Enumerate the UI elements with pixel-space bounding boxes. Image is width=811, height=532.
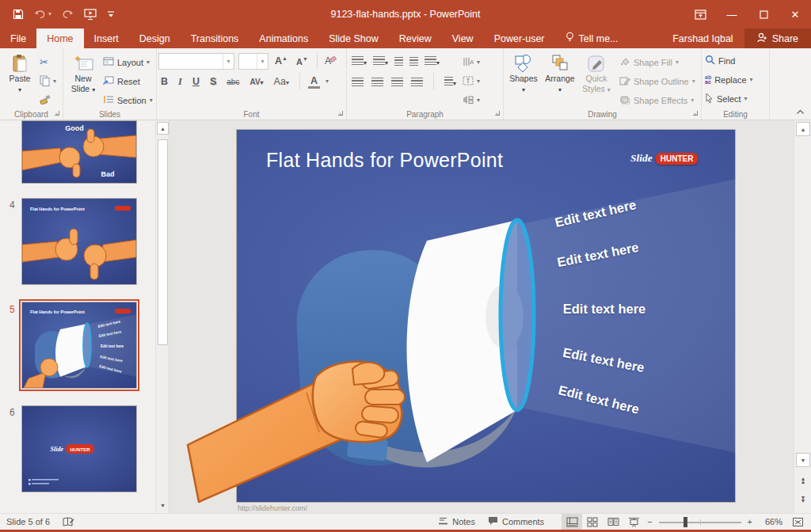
tab-file[interactable]: File <box>0 28 36 48</box>
tab-review[interactable]: Review <box>389 28 442 48</box>
paste-button[interactable]: Paste▾ <box>2 51 38 93</box>
start-slideshow-icon[interactable] <box>84 9 97 21</box>
underline-button[interactable]: U <box>190 76 202 87</box>
cut-button[interactable]: ✂ <box>38 54 58 70</box>
collapse-ribbon-button[interactable] <box>796 107 805 116</box>
slide-title-textbox[interactable]: Flat Hands for PowerPoint <box>266 149 503 172</box>
close-button[interactable]: ✕ <box>779 2 811 26</box>
thumbnail-scrollbar[interactable]: ▲ ▼ <box>155 120 169 513</box>
zoom-out-button[interactable]: − <box>644 514 655 530</box>
tell-me-box[interactable]: Tell me... <box>555 28 629 48</box>
repeat-icon[interactable] <box>62 10 74 20</box>
normal-view-button[interactable] <box>562 514 582 530</box>
scroll-up-icon[interactable]: ▲ <box>796 122 810 136</box>
character-spacing-button[interactable]: AV▾ <box>247 78 265 86</box>
customize-qat-icon[interactable] <box>107 10 115 19</box>
font-size-combobox[interactable]: ▾ <box>238 53 268 70</box>
convert-smartart-button[interactable]: ▾ <box>461 92 482 108</box>
italic-button[interactable]: I <box>176 76 185 88</box>
drawing-dialog-launcher[interactable] <box>692 110 699 117</box>
align-right-button[interactable] <box>391 78 403 86</box>
notes-button[interactable]: Notes <box>432 514 482 530</box>
reading-view-button[interactable] <box>603 514 623 530</box>
paragraph-dialog-launcher[interactable] <box>494 110 501 117</box>
tab-view[interactable]: View <box>442 28 484 48</box>
minimize-button[interactable]: — <box>716 2 748 26</box>
main-scrollbar[interactable]: ▲ ▼ ▲▲ ▼▼ <box>794 120 811 513</box>
numbering-button[interactable]: ▾ <box>373 56 388 66</box>
thumbnail-slide-5-selected[interactable]: Flat Hands for PowerPoint Edit text here… <box>19 299 139 391</box>
thumbnail-scroll-down-icon[interactable]: ▼ <box>157 499 169 511</box>
tab-insert[interactable]: Insert <box>84 28 129 48</box>
align-center-button[interactable] <box>371 78 383 86</box>
tab-power-user[interactable]: Power-user <box>484 28 555 48</box>
shape-outline-button[interactable]: Shape Outline▾ <box>618 73 697 89</box>
text-direction-button[interactable]: A▾ <box>461 54 482 70</box>
new-slide-button[interactable]: New Slide ▾ <box>65 51 101 93</box>
replace-button[interactable]: abac Replace▾ <box>703 71 755 88</box>
find-button[interactable]: Find <box>703 52 755 69</box>
strikethrough-button[interactable]: abc <box>224 78 242 86</box>
arrange-button[interactable]: Arrange▾ <box>542 51 578 93</box>
section-button[interactable]: Section▾ <box>101 92 154 108</box>
layout-button[interactable]: Layout▾ <box>101 54 154 70</box>
thumbnail-slide-6[interactable]: Slide HUNTER <box>21 405 137 492</box>
format-painter-button[interactable] <box>38 92 58 108</box>
increase-indent-button[interactable] <box>409 57 418 66</box>
edit-text-placeholder-3[interactable]: Edit text here <box>563 302 646 317</box>
slide-sorter-view-button[interactable] <box>582 514 603 530</box>
columns-button[interactable]: ▾ <box>444 77 456 87</box>
tab-design[interactable]: Design <box>129 28 181 48</box>
scroll-down-icon[interactable]: ▼ <box>796 453 810 467</box>
comments-button[interactable]: Comments <box>482 514 550 530</box>
zoom-slider[interactable] <box>659 514 741 530</box>
decrease-indent-button[interactable] <box>394 57 403 66</box>
font-color-button[interactable]: A <box>308 75 320 89</box>
align-text-button[interactable]: ▾ <box>461 73 482 89</box>
slideshow-view-button[interactable] <box>623 514 644 530</box>
zoom-slider-thumb[interactable] <box>683 517 687 527</box>
slide-indicator[interactable]: Slide 5 of 6 <box>0 514 56 530</box>
shapes-button[interactable]: Shapes▾ <box>505 51 542 93</box>
shape-effects-button[interactable]: Shape Effects▾ <box>618 92 697 108</box>
clear-formatting-button[interactable]: A <box>324 55 337 67</box>
shrink-font-button[interactable]: A▼ <box>294 56 310 66</box>
thumbnail-slide-4[interactable]: Flat Hands for PowerPoint <box>21 198 137 285</box>
bullets-button[interactable]: ▾ <box>352 56 367 66</box>
select-button[interactable]: Select▾ <box>703 90 755 107</box>
zoom-level[interactable]: 66% <box>756 517 782 526</box>
font-dialog-launcher[interactable] <box>337 110 345 117</box>
maximize-button[interactable] <box>748 2 779 26</box>
slide-editing-area[interactable]: Flat Hands for PowerPoint Slide HUNTER E… <box>236 129 736 503</box>
share-button[interactable]: Share <box>744 28 811 48</box>
undo-icon[interactable]: ▾ <box>34 10 51 20</box>
previous-slide-button[interactable]: ▲▲ <box>796 473 810 488</box>
reset-button[interactable]: Reset <box>101 73 154 89</box>
save-icon[interactable] <box>13 9 24 20</box>
shape-fill-button[interactable]: Shape Fill▾ <box>618 54 697 70</box>
tab-animations[interactable]: Animations <box>249 28 318 48</box>
tab-slideshow[interactable]: Slide Show <box>318 28 389 48</box>
tab-transitions[interactable]: Transitions <box>181 28 249 48</box>
font-name-combobox[interactable]: ▾ <box>158 53 234 70</box>
thumbnail-scroll-up-icon[interactable]: ▲ <box>157 122 169 135</box>
bold-button[interactable]: B <box>158 76 170 87</box>
clipboard-dialog-launcher[interactable] <box>54 110 61 117</box>
quick-styles-button[interactable]: Quick Styles ▾ <box>578 51 615 93</box>
ribbon-display-options-icon[interactable] <box>684 2 716 26</box>
zoom-in-button[interactable]: + <box>744 514 756 530</box>
align-left-button[interactable] <box>352 78 364 86</box>
text-shadow-button[interactable]: S <box>208 76 219 87</box>
thumbnail-slide-3[interactable]: Good Bad <box>21 120 137 184</box>
tab-home[interactable]: Home <box>36 28 83 48</box>
next-slide-button[interactable]: ▼▼ <box>796 492 810 507</box>
justify-button[interactable] <box>411 78 423 86</box>
fit-slide-to-window-button[interactable] <box>787 514 808 530</box>
copy-button[interactable]: ▾ <box>38 73 58 89</box>
grow-font-button[interactable]: A▲ <box>272 55 290 66</box>
change-case-button[interactable]: Aa▾ <box>272 76 291 87</box>
account-name[interactable]: Farshad Iqbal <box>661 28 744 48</box>
thumbnail-scrollbar-thumb[interactable] <box>158 139 168 345</box>
proofing-icon[interactable] <box>56 514 81 530</box>
line-spacing-button[interactable]: ▾ <box>425 56 440 66</box>
